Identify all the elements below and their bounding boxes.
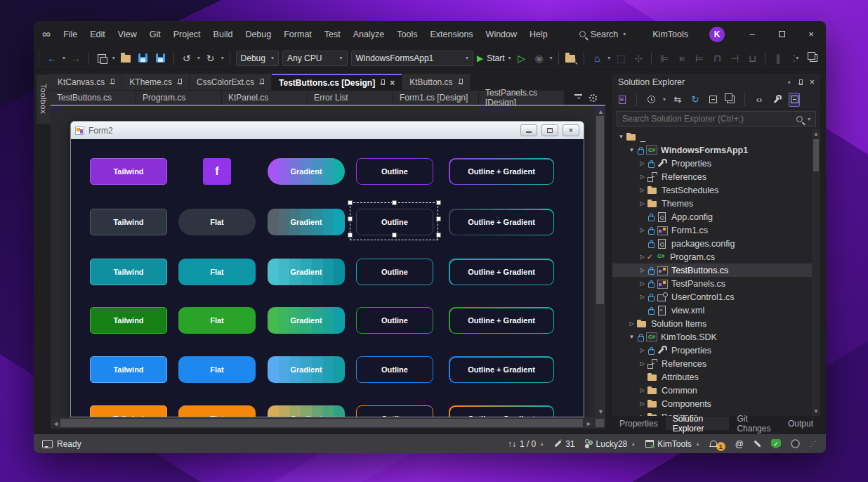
tree-item-common[interactable]: ▷Common: [612, 384, 820, 397]
selection-handle[interactable]: [348, 200, 353, 205]
designed-form-window[interactable]: Form2 × TailwindfGradientOutlineOutline …: [70, 121, 584, 417]
scroll-right-arrow[interactable]: ►: [586, 420, 592, 427]
navigate-back-button[interactable]: ←: [45, 51, 59, 66]
button-green-tailwind[interactable]: Tailwind: [90, 307, 167, 334]
pending-changes-filter-icon[interactable]: [645, 93, 657, 107]
button-dark-outline[interactable]: Outline: [356, 209, 433, 235]
pin-icon[interactable]: [458, 79, 463, 85]
button-green-gradient[interactable]: Gradient: [268, 307, 345, 334]
properties-wrench-icon[interactable]: [771, 93, 782, 107]
save-button[interactable]: [136, 51, 150, 66]
horizontal-scroll-thumb[interactable]: [60, 419, 583, 427]
form-minimize-button[interactable]: [520, 124, 537, 136]
platform-dropdown[interactable]: Any CPU▾: [282, 51, 348, 66]
tree-item-app-config[interactable]: App.config: [612, 210, 820, 223]
profiler-dropdown[interactable]: ▾: [550, 55, 553, 61]
menu-debug[interactable]: Debug: [239, 27, 277, 42]
menu-analyze[interactable]: Analyze: [347, 27, 390, 42]
button-orange-outline[interactable]: Outline: [356, 405, 433, 417]
editor-horizontal-scrollbar[interactable]: ◄ ►: [51, 417, 594, 429]
maximize-button[interactable]: [767, 24, 796, 45]
menu-project[interactable]: Project: [167, 27, 207, 42]
tab-ktbutton-cs[interactable]: KtButton.cs: [402, 74, 469, 90]
close-button[interactable]: ×: [796, 24, 826, 45]
button-orange-tailwind[interactable]: Tailwind: [90, 405, 167, 417]
tree-item-properties[interactable]: ▷Properties: [612, 344, 820, 357]
search-dropdown-icon[interactable]: ▾: [808, 116, 810, 122]
button-green-outline-gradient[interactable]: Outline + Gradient: [449, 307, 554, 334]
tab-program-cs[interactable]: Program.cs: [136, 91, 221, 105]
expander-icon[interactable]: ▷: [638, 360, 647, 367]
undo-button[interactable]: ↺: [180, 51, 194, 66]
snap-grid-icon[interactable]: ⬚: [614, 51, 628, 66]
menu-view[interactable]: View: [112, 27, 143, 42]
panel-menu-icon[interactable]: ▾: [788, 79, 791, 86]
align-tops-icon[interactable]: ⊓: [710, 51, 724, 66]
button-purple-tailwind[interactable]: Tailwind: [90, 158, 167, 185]
tab-csscolorext-cs[interactable]: CssColorExt.cs: [190, 74, 271, 90]
expander-icon[interactable]: ▷: [638, 387, 647, 393]
tab-testbuttons-cs[interactable]: TestButtons.cs: [51, 91, 136, 105]
menu-format[interactable]: Format: [277, 27, 318, 42]
expander-icon[interactable]: ▷: [638, 347, 647, 353]
live-share-icon[interactable]: [791, 439, 800, 448]
toolbox-home-dropdown[interactable]: ▾: [607, 55, 610, 61]
tree-item-properties[interactable]: ▷Properties: [612, 157, 820, 170]
startup-project-dropdown[interactable]: WindowsFormsApp1▾: [351, 51, 473, 66]
scroll-down-arrow[interactable]: ▼: [813, 408, 819, 415]
button-green-outline[interactable]: Outline: [356, 307, 433, 334]
button-blue-flat[interactable]: Flat: [178, 356, 256, 383]
button-blue-outline[interactable]: Outline: [356, 356, 433, 383]
expander-icon[interactable]: ▷: [638, 414, 647, 416]
pin-icon[interactable]: [380, 79, 385, 86]
button-blue-tailwind[interactable]: Tailwind: [90, 356, 167, 383]
tree-scrollbar[interactable]: ▲ ▼: [812, 129, 820, 416]
button-blue-gradient[interactable]: Gradient: [268, 356, 345, 383]
menu-build[interactable]: Build: [207, 27, 239, 42]
tab-ktcanvas-cs[interactable]: KtCanvas.cs: [51, 74, 121, 90]
minimize-button[interactable]: –: [737, 24, 767, 45]
sync-with-active-document-icon[interactable]: [617, 93, 628, 107]
expander-icon[interactable]: ▼: [617, 133, 626, 140]
debug-target-dropdown[interactable]: Debug▾: [236, 51, 279, 66]
selection-handle[interactable]: [348, 216, 353, 221]
resize-grip[interactable]: ⋰: [810, 440, 817, 448]
tree-item-references[interactable]: ▷References: [612, 357, 820, 370]
align-rights-icon[interactable]: ⊨: [692, 51, 706, 66]
expander-icon[interactable]: ▷: [638, 187, 647, 193]
menu-tools[interactable]: Tools: [390, 27, 423, 42]
undo-dropdown[interactable]: ▾: [197, 55, 200, 61]
scroll-up-arrow[interactable]: ▲: [598, 108, 604, 115]
refresh-icon[interactable]: ↻: [690, 93, 701, 107]
git-sync-status[interactable]: ↑↓ 1 / 0 ▲: [508, 439, 544, 449]
expander-icon[interactable]: ▼: [627, 147, 636, 153]
button-blue-outline-gradient[interactable]: Outline + Gradient: [449, 356, 554, 383]
bottom-tab-solution-explorer[interactable]: Solution Explorer: [666, 417, 730, 430]
expander-icon[interactable]: ▷: [627, 320, 636, 327]
tree-item-testschedules[interactable]: ▷TestSchedules: [612, 183, 820, 197]
spacing-dropdown-icon[interactable]: ⁚▾: [789, 51, 803, 66]
editor-vertical-scrollbar[interactable]: ▲ ▼: [595, 106, 605, 417]
tab-testbuttons-cs-design-[interactable]: TestButtons.cs [Design]×: [272, 74, 402, 90]
expander-icon[interactable]: ▷: [638, 294, 647, 300]
tab-form1-cs-design-[interactable]: Form1.cs [Design]: [393, 91, 478, 105]
menu-window[interactable]: Window: [480, 27, 523, 42]
panel-pin-icon[interactable]: [798, 79, 803, 86]
toolbar-grip[interactable]: ······: [38, 50, 41, 67]
button-orange-gradient[interactable]: Gradient: [268, 405, 345, 417]
form-close-button[interactable]: ×: [563, 124, 579, 136]
selection-handle[interactable]: [348, 233, 353, 237]
toolbox-home-button[interactable]: ⌂: [590, 51, 604, 66]
button-teal-outline[interactable]: Outline: [356, 259, 433, 285]
menu-file[interactable]: File: [57, 27, 84, 42]
notifications-button[interactable]: 1: [710, 436, 725, 451]
align-bottoms-icon[interactable]: ⊔: [745, 51, 759, 66]
pin-icon[interactable]: [177, 79, 182, 85]
expander-icon[interactable]: ▷: [638, 200, 647, 207]
menu-git[interactable]: Git: [143, 27, 167, 42]
solution-explorer-search[interactable]: ▾: [617, 111, 816, 126]
button-dark-tailwind[interactable]: Tailwind: [90, 209, 167, 235]
button-purple-outline[interactable]: Outline: [356, 158, 433, 185]
open-file-button[interactable]: [119, 51, 133, 66]
search-input[interactable]: [622, 114, 791, 124]
